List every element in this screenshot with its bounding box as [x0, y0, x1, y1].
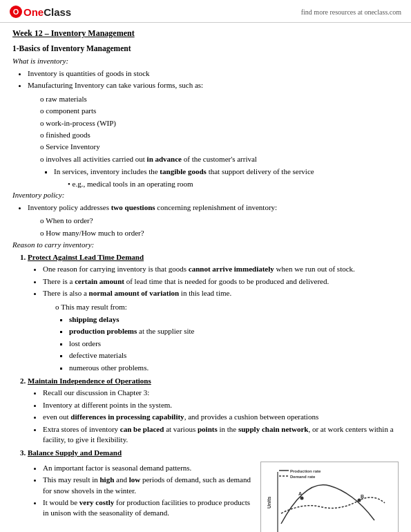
service-sub: In services, inventory includes the tang…	[54, 167, 399, 177]
inventory-bullets: Inventory is quantities of goods in stoc…	[28, 68, 399, 91]
list-item: An important factor is seasonal demand p…	[43, 463, 254, 473]
list-item: One reason for carrying inventory is tha…	[43, 264, 399, 274]
list-item: Manufacturing Inventory can take various…	[28, 80, 399, 91]
reason-3: Balance Supply and Demand An important f…	[28, 448, 399, 532]
inventory-policy-subs: When to order? How many/How much to orde…	[40, 216, 399, 238]
reason-3-text: An important factor is seasonal demand p…	[28, 462, 254, 532]
list-item: It would be very costly for production f…	[43, 497, 254, 519]
page-title: Week 12 – Inventory Management	[12, 28, 399, 39]
svg-point-4	[300, 496, 304, 500]
list-item: Service Inventory	[40, 142, 399, 152]
inventory-policy-bullets: Inventory policy addresses two questions…	[28, 202, 399, 213]
list-item: Recall our discussion in Chapter 3:	[43, 388, 399, 398]
list-item: Inventory policy addresses two questions…	[28, 202, 399, 213]
list-item: lost orders	[69, 339, 399, 349]
list-item: production problems at the supplier site	[69, 326, 399, 336]
manufacturing-forms: raw materials component parts work-in-pr…	[40, 94, 399, 164]
reason-1-sub: This may result from:	[55, 302, 399, 312]
main-content: Week 12 – Inventory Management 1-Basics …	[0, 23, 411, 532]
reason-1-square: shipping delays production problems at t…	[69, 314, 399, 373]
svg-text:Demand rate: Demand rate	[290, 475, 316, 479]
list-item: shipping delays	[69, 314, 399, 325]
reason-1-bullets: One reason for carrying inventory is tha…	[43, 264, 399, 298]
svg-text:A: A	[298, 491, 302, 496]
reasons-list: Protect Against Lead Time Demand One rea…	[28, 252, 399, 532]
list-item: component parts	[40, 106, 399, 116]
what-is-inventory-heading: What is inventory:	[12, 57, 399, 65]
list-item: work-in-process (WIP)	[40, 118, 399, 129]
list-item: This may result in high and low periods …	[43, 475, 254, 496]
list-item: When to order?	[40, 216, 399, 226]
reason-3-bullets: An important factor is seasonal demand p…	[43, 463, 254, 519]
section1-title: 1-Basics of Inventory Management	[12, 44, 399, 53]
list-item: This may result from:	[55, 302, 399, 312]
list-item: defective materials	[69, 350, 399, 361]
svg-text:B: B	[361, 494, 364, 499]
list-item: There is a certain amount of lead time t…	[43, 276, 399, 287]
list-item: involves all activities carried out in a…	[40, 154, 399, 164]
chart-area: An important factor is seasonal demand p…	[28, 462, 399, 532]
list-item: finished goods	[40, 130, 399, 140]
list-item: Inventory at different points in the sys…	[43, 400, 399, 410]
reason-2: Maintain Independence of Operations Reca…	[28, 376, 399, 445]
logo-circle: O	[10, 6, 22, 18]
svg-text:Units: Units	[267, 496, 271, 509]
logo: O OneClass	[10, 6, 71, 18]
svg-point-6	[358, 498, 361, 502]
list-item: e.g., medical tools in an operating room	[68, 179, 399, 189]
list-item: In services, inventory includes the tang…	[54, 167, 399, 177]
list-item: How many/How much to order?	[40, 228, 399, 238]
header-tagline: find more resources at oneclass.com	[301, 8, 401, 16]
logo-text: OneClass	[23, 6, 71, 18]
list-item: Extra stores of inventory can be placed …	[43, 424, 399, 446]
supply-demand-chart: Units Time A B	[260, 462, 399, 532]
page-header: O OneClass find more resources at onecla…	[0, 0, 411, 23]
svg-text:Production rate: Production rate	[290, 469, 321, 473]
list-item: numerous other problems.	[69, 363, 399, 373]
list-item: even out differences in processing capab…	[43, 412, 399, 422]
list-item: raw materials	[40, 94, 399, 104]
reason-heading: Reason to carry inventory:	[12, 240, 399, 249]
inventory-policy-heading: Inventory policy:	[12, 191, 399, 199]
service-sub2: e.g., medical tools in an operating room	[68, 179, 399, 189]
list-item: There is also a normal amount of variati…	[43, 288, 399, 298]
list-item: Inventory is quantities of goods in stoc…	[28, 68, 399, 79]
reason-2-bullets: Recall our discussion in Chapter 3: Inve…	[43, 388, 399, 445]
reason-1: Protect Against Lead Time Demand One rea…	[28, 252, 399, 373]
chart-svg: Units Time A B	[264, 465, 395, 532]
